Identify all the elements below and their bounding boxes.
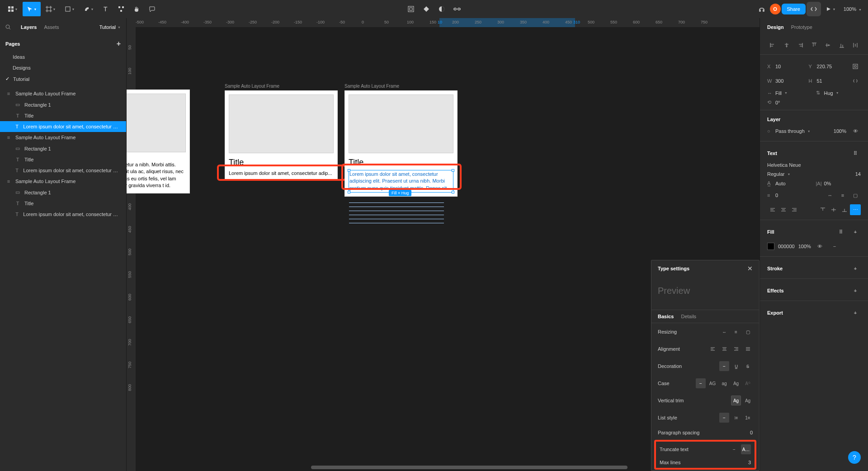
resources-tool[interactable] [114,2,128,16]
layer-item[interactable]: ▭Rectangle 1 [0,99,126,110]
resize-h-value[interactable]: Fill [775,90,782,96]
text-align-left-icon[interactable] [767,204,778,215]
page-item-ideas[interactable]: Ideas [0,52,126,62]
audio-icon[interactable] [755,2,769,16]
present-button[interactable]: ▼ [822,2,840,16]
case-title-icon[interactable]: Ag [731,378,741,388]
auto-width-icon[interactable]: ↔ [825,190,835,201]
frame-label-3[interactable]: Sample Auto Layout Frame [344,84,399,89]
layer-item[interactable]: TTitle [0,110,126,121]
w-value[interactable]: 300 [775,78,783,84]
pen-tool[interactable]: ▼ [80,2,98,16]
layer-item[interactable]: TLorem ipsum dolor sit amet, consectetur… [0,165,126,176]
auto-height-icon[interactable]: ≡ [837,190,848,201]
deco-underline-icon[interactable]: U̲ [731,361,741,371]
visibility-icon[interactable]: 👁 [850,126,861,137]
add-fill-button[interactable]: + [850,226,861,237]
link-icon[interactable] [450,2,464,16]
remove-fill-button[interactable]: − [829,241,840,252]
h-value[interactable]: 51 [817,78,822,84]
letter-spacing[interactable]: 0% [824,181,831,186]
align-left-icon[interactable] [767,40,778,51]
avatar[interactable]: O [770,4,781,14]
line-height[interactable]: Auto [775,181,786,186]
fixed-size-icon[interactable]: ▢ [850,190,861,201]
layer-item[interactable]: TTitle [0,198,126,209]
absolute-position-icon[interactable] [850,61,861,72]
text-align-top-icon[interactable] [817,204,828,215]
maxlines-value[interactable]: 3 [748,460,751,465]
case-lower-icon[interactable]: ag [719,378,729,388]
canvas-frame-3[interactable]: Title Lorem ipsum dolor sit amet, consec… [344,90,458,197]
layer-item[interactable]: ≡Sample Auto Layout Frame [0,176,126,187]
page-item-tutorial[interactable]: ✓Tutorial [0,73,126,85]
layer-item[interactable]: ▭Rectangle 1 [0,143,126,154]
vtrim-off-icon[interactable]: Ag [731,396,741,405]
shape-tool[interactable]: ▼ [61,2,79,16]
list-bullet-icon[interactable]: ⁝≡ [731,413,741,423]
frame-label-2[interactable]: Sample Auto Layout Frame [225,84,279,89]
dev-mode-button[interactable] [807,2,821,16]
fill-swatch[interactable] [767,243,774,250]
truncate-on-icon[interactable]: A… [741,444,751,454]
tab-tutorial[interactable]: Tutorial ▼ [99,24,121,30]
font-family[interactable]: Helvetica Neue [767,162,801,168]
canvas-frame-2[interactable]: Title Lorem ipsum dolor sit amet, consec… [225,90,338,181]
add-export-button[interactable]: + [850,307,861,318]
add-page-button[interactable]: + [117,40,121,48]
layer-item[interactable]: TTitle [0,154,126,165]
font-weight[interactable]: Regular [767,171,785,177]
fill-visibility-icon[interactable]: 👁 [815,241,826,252]
page-item-designs[interactable]: Designs [0,62,126,73]
layer-item[interactable]: TLorem ipsum dolor sit amet, consectetur… [0,209,126,220]
frame-tool[interactable]: ▼ [42,2,60,16]
search-icon[interactable] [5,24,11,30]
component-icon[interactable] [419,2,434,16]
align-right-icon[interactable] [795,40,806,51]
distribute-icon[interactable] [850,40,861,51]
case-small-icon[interactable]: Aᴳ [743,378,753,388]
align-top-icon[interactable] [809,40,820,51]
hand-tool[interactable] [129,2,144,16]
auto-layout-icon[interactable] [404,2,418,16]
align-c-icon[interactable] [719,344,729,354]
resize-v-value[interactable]: Hug [824,90,833,96]
resize-fixed-icon[interactable]: ▢ [743,327,753,337]
fill-opacity[interactable]: 100% [798,244,811,249]
card3-body[interactable]: Lorem ipsum dolor sit amet, consectetur … [349,170,453,193]
tab-layers[interactable]: Layers [21,24,37,30]
main-menu-button[interactable]: ▼ [4,2,22,16]
tab-basics[interactable]: Basics [658,314,674,319]
text-align-bottom-icon[interactable] [839,204,850,215]
deco-strike-icon[interactable]: S̶ [743,361,753,371]
align-hcenter-icon[interactable] [781,40,792,51]
layer-opacity[interactable]: 100% [834,128,846,134]
text-align-center-icon[interactable] [778,204,789,215]
align-bottom-icon[interactable] [836,40,847,51]
font-size[interactable]: 14 [855,171,861,177]
align-j-icon[interactable] [743,344,753,354]
deco-none-icon[interactable]: − [719,361,729,371]
case-upper-icon[interactable]: AG [708,378,717,388]
resize-auto-width-icon[interactable]: ↔ [719,327,729,337]
layer-item[interactable]: TLorem ipsum dolor sit amet, consectetur… [0,121,126,132]
canvas-frame-1[interactable]: consectetur a nibh. Morbi attis. Donec s… [127,89,190,193]
add-stroke-button[interactable]: + [850,263,861,274]
horizontal-scrollbar[interactable] [311,466,627,469]
layer-item[interactable]: ≡Sample Auto Layout Frame [0,88,126,99]
move-tool[interactable]: ▼ [23,2,41,16]
type-settings-button[interactable]: ⋯ [850,204,861,215]
align-r-icon[interactable] [731,344,741,354]
layer-item[interactable]: ≡Sample Auto Layout Frame [0,132,126,143]
share-button[interactable]: Share [782,4,806,14]
tab-assets[interactable]: Assets [44,24,59,30]
close-button[interactable]: ✕ [747,265,753,272]
fill-style-icon[interactable]: ⠿ [835,226,846,237]
tab-prototype[interactable]: Prototype [791,24,812,30]
comment-tool[interactable] [145,2,159,16]
truncate-off-icon[interactable]: − [729,444,739,454]
tab-design[interactable]: Design [767,24,784,30]
paragraph-spacing[interactable]: 0 [775,193,778,198]
constrain-icon[interactable] [850,75,861,86]
text-align-right-icon[interactable] [789,204,800,215]
